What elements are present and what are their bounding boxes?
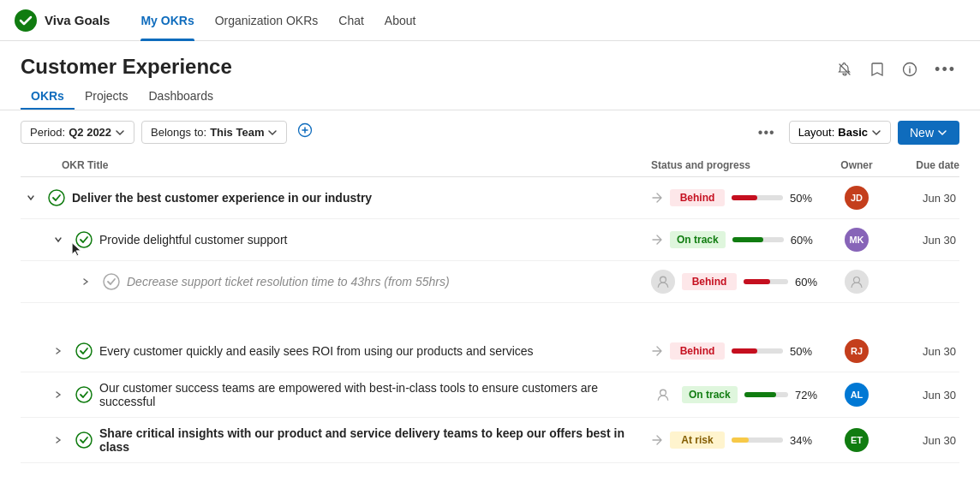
status-cell: Behind 50% xyxy=(651,342,822,360)
expand-collapse-button[interactable] xyxy=(48,229,69,250)
chevron-down-icon-row2 xyxy=(54,235,63,244)
app-name: Viva Goals xyxy=(45,13,110,27)
toolbar-more-button[interactable]: ••• xyxy=(751,120,782,145)
table-row: Deliver the best customer experience in … xyxy=(21,177,959,219)
bookmark-icon xyxy=(869,62,885,77)
period-filter[interactable]: Period: Q2 2022 xyxy=(21,121,134,144)
okr-icon xyxy=(46,187,67,208)
period-label: Period: xyxy=(30,126,65,139)
okr-title-cell: Share critical insights with our product… xyxy=(21,426,651,454)
okr-icon xyxy=(74,430,94,450)
expand-collapse-button[interactable] xyxy=(48,430,69,450)
progress-text: 72% xyxy=(795,389,822,402)
expand-collapse-button[interactable] xyxy=(21,187,41,208)
add-filter-button[interactable] xyxy=(294,119,316,146)
chevron-right-icon xyxy=(81,277,90,286)
toolbar-ellipsis-icon: ••• xyxy=(758,125,775,140)
toolbar-left: Period: Q2 2022 Belongs to: This Team xyxy=(21,119,316,146)
expand-collapse-button[interactable] xyxy=(75,271,96,292)
table-row: Provide delightful customer support On t… xyxy=(21,219,959,261)
logo-icon xyxy=(14,9,38,33)
okr-icon xyxy=(74,384,94,405)
tab-okrs[interactable]: OKRs xyxy=(21,82,75,110)
okr-title-cell: Every customer quickly and easily sees R… xyxy=(21,341,651,361)
tab-dashboards[interactable]: Dashboards xyxy=(138,82,224,110)
status-badge: On track xyxy=(670,231,726,248)
status-badge: At risk xyxy=(670,431,725,449)
info-button[interactable] xyxy=(899,58,921,80)
okr-icon xyxy=(74,341,94,361)
layout-selector[interactable]: Layout: Basic xyxy=(789,121,891,144)
progress-fill xyxy=(732,237,763,242)
toolbar-right: ••• Layout: Basic New xyxy=(751,120,959,145)
okr-text: Deliver the best customer experience in … xyxy=(72,191,372,205)
nav-link-myokrs[interactable]: My OKRs xyxy=(130,0,204,41)
avatar-placeholder xyxy=(845,270,869,294)
progress-bar xyxy=(732,437,783,443)
nav-link-chat[interactable]: Chat xyxy=(328,0,374,41)
nav-link-about[interactable]: About xyxy=(374,0,427,41)
okr-text: Decrease support ticket resolution time … xyxy=(127,275,450,289)
avatar: AL xyxy=(845,383,869,407)
app-logo: Viva Goals xyxy=(14,9,110,33)
progress-bar xyxy=(732,348,783,354)
owner-cell: JD xyxy=(822,186,891,210)
chevron-down-icon-row xyxy=(27,193,35,202)
chevron-down-icon xyxy=(115,128,125,138)
okr-text: Share critical insights with our product… xyxy=(99,426,651,454)
new-button[interactable]: New xyxy=(898,121,959,145)
progress-fill xyxy=(744,392,776,397)
okr-table: OKR Title Status and progress Owner Due … xyxy=(0,154,980,463)
svg-point-3 xyxy=(49,190,64,205)
status-cell: Behind 50% xyxy=(651,189,822,206)
owner-cell xyxy=(822,270,891,294)
due-date: Jun 30 xyxy=(891,192,959,205)
progress-fill xyxy=(732,195,757,200)
svg-point-9 xyxy=(76,387,92,402)
redirect-icon xyxy=(651,192,663,204)
page-title: Customer Experience xyxy=(21,55,232,79)
bell-slash-icon xyxy=(837,62,852,77)
header-actions: ••• xyxy=(834,58,959,80)
progress-fill xyxy=(744,279,770,284)
spacer xyxy=(21,303,959,330)
table-row: Every customer quickly and easily sees R… xyxy=(21,330,959,372)
table-header: OKR Title Status and progress Owner Due … xyxy=(21,154,959,177)
svg-point-6 xyxy=(660,277,666,283)
progress-bar xyxy=(744,392,788,397)
belongs-filter[interactable]: Belongs to: This Team xyxy=(141,121,287,144)
more-options-button[interactable]: ••• xyxy=(931,58,959,80)
due-date: Jun 30 xyxy=(891,345,959,358)
owner-cell: ET xyxy=(822,428,891,452)
expand-collapse-button[interactable] xyxy=(48,384,69,405)
due-date: Jun 30 xyxy=(891,234,959,247)
svg-point-0 xyxy=(15,9,37,32)
redirect-icon xyxy=(651,234,663,246)
top-nav: Viva Goals My OKRs Organization OKRs Cha… xyxy=(0,0,980,41)
table-row: Decrease support ticket resolution time … xyxy=(21,261,959,303)
expand-collapse-button[interactable] xyxy=(48,341,69,361)
belongs-value: This Team xyxy=(210,126,264,139)
due-date: Jun 30 xyxy=(891,389,959,402)
notifications-button[interactable] xyxy=(834,58,856,80)
col-header-due: Due date xyxy=(891,159,959,171)
owner-cell: AL xyxy=(822,383,891,407)
page-header: Customer Experience ••• xyxy=(0,41,980,80)
svg-point-4 xyxy=(76,232,92,247)
nav-link-orgokrs[interactable]: Organization OKRs xyxy=(205,0,329,41)
sub-nav: OKRs Projects Dashboards xyxy=(0,82,980,110)
svg-point-11 xyxy=(76,432,92,448)
progress-text: 50% xyxy=(790,345,817,358)
svg-point-8 xyxy=(76,343,92,359)
svg-point-5 xyxy=(104,274,119,289)
okr-icon xyxy=(101,271,122,292)
chevron-down-icon-3 xyxy=(871,128,881,138)
progress-text: 34% xyxy=(790,434,817,447)
tab-projects[interactable]: Projects xyxy=(75,82,139,110)
avatar: MK xyxy=(845,228,869,252)
bookmark-button[interactable] xyxy=(866,58,888,80)
layout-label: Layout: xyxy=(798,126,835,139)
progress-bar xyxy=(744,279,788,284)
col-header-owner: Owner xyxy=(822,159,891,171)
ellipsis-icon: ••• xyxy=(935,62,956,77)
